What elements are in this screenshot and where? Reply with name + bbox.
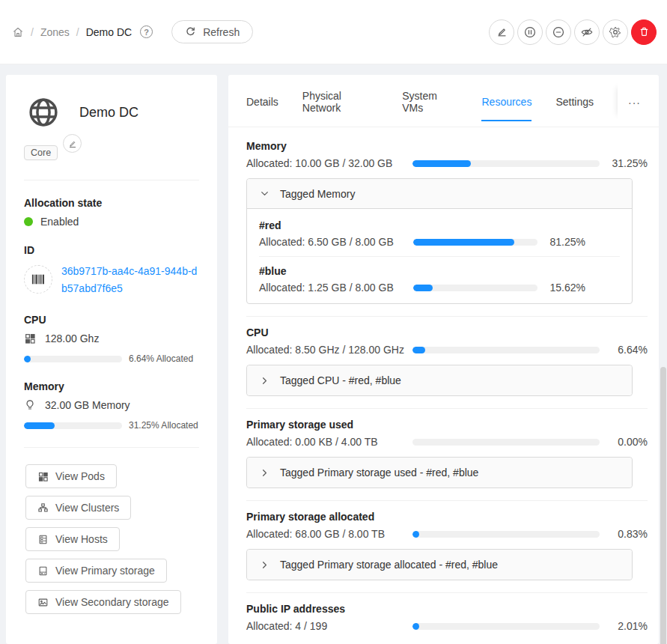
allocated-label: Allocated: 10.00 GB / 32.00 GB <box>246 157 405 169</box>
tagged-entry: #red Allocated: 6.50 GB / 8.00 GB 81.25% <box>259 219 620 248</box>
cpu-progress-bar <box>24 356 122 362</box>
disable-button[interactable] <box>546 19 571 45</box>
allocated-label: Allocated: 68.00 GB / 8.00 TB <box>246 528 405 540</box>
delete-button[interactable] <box>631 19 657 45</box>
view-hosts-button[interactable]: View Hosts <box>25 527 120 551</box>
tagged-entry: #blue Allocated: 1.25 GB / 8.00 GB 15.62… <box>259 265 620 294</box>
view-pods-button[interactable]: View Pods <box>25 464 117 488</box>
eye-invisible-icon <box>580 25 594 39</box>
tab-more-button[interactable]: ··· <box>618 82 641 121</box>
minus-circle-icon <box>552 25 565 39</box>
chevron-right-icon <box>260 560 269 570</box>
page-content: Demo DC Core Allocation state Enabled ID <box>0 64 667 644</box>
collapse-header[interactable]: Tagged CPU - #red, #blue <box>247 365 632 395</box>
view-buttons: View Pods View Clusters View Hosts View … <box>24 464 199 614</box>
reload-icon <box>185 26 196 37</box>
edit-name-button[interactable] <box>63 134 82 153</box>
zone-id-link[interactable]: 36b9717b-aa4c-4a91-944b-db57abd7f6e5 <box>61 263 199 297</box>
hdd-icon <box>37 565 49 577</box>
storage-allocated-progress-bar <box>412 531 600 538</box>
gear-icon <box>609 25 622 39</box>
tab-resources[interactable]: Resources <box>481 81 532 121</box>
database-icon <box>37 534 49 545</box>
breadcrumb-current: Demo DC <box>86 26 132 38</box>
memory-section: Memory 32.00 GB Memory 31.25% Allocated <box>24 380 199 431</box>
memory-progress-bar <box>412 160 600 167</box>
zone-tag-row: Core <box>24 144 199 163</box>
allocation-state-label: Allocation state <box>24 197 199 209</box>
section-title: Memory <box>246 140 648 152</box>
percent-label: 0.00% <box>607 436 648 448</box>
tag-name: #red <box>259 219 620 231</box>
allocation-state-value: Enabled <box>40 216 79 228</box>
resource-section-memory: Memory Allocated: 10.00 GB / 32.00 GB 31… <box>246 130 648 316</box>
zone-title: Demo DC <box>79 105 138 121</box>
trash-icon <box>638 25 651 38</box>
tab-settings[interactable]: Settings <box>555 81 594 121</box>
pause-circle-icon <box>523 25 537 39</box>
resource-section-primary-storage-allocated: Primary storage allocated Allocated: 68.… <box>246 501 648 592</box>
pause-button[interactable] <box>517 19 543 45</box>
header-actions <box>489 19 657 45</box>
allocated-label: Allocated: 0.00 KB / 4.00 TB <box>246 436 405 448</box>
percent-label: 31.25% <box>607 157 648 169</box>
tagged-storage-used-collapse: Tagged Primary storage used - #red, #blu… <box>246 457 633 488</box>
chevron-down-icon <box>260 189 269 198</box>
status-dot-icon <box>24 217 33 226</box>
tab-physical-network[interactable]: Physical Network <box>302 75 378 127</box>
view-secondary-storage-button[interactable]: View Secondary storage <box>25 590 181 614</box>
memory-progress-bar <box>24 422 122 429</box>
tag-progress-bar <box>413 239 537 246</box>
tag-progress-bar <box>413 285 537 291</box>
globe-icon <box>27 96 60 129</box>
section-title: CPU <box>246 326 648 338</box>
percent-label: 81.25% <box>545 236 585 248</box>
allocated-label: Allocated: 1.25 GB / 8.00 GB <box>259 282 406 294</box>
cpu-value: 128.00 Ghz <box>45 332 99 344</box>
public-ip-progress-bar <box>412 623 600 630</box>
cluster-icon <box>37 502 49 514</box>
divider <box>24 180 199 180</box>
view-clusters-button[interactable]: View Clusters <box>25 496 131 520</box>
breadcrumb: / Zones / Demo DC ? Refresh <box>12 20 253 43</box>
breadcrumb-separator: / <box>76 26 79 38</box>
resources-panel: Memory Allocated: 10.00 GB / 32.00 GB 31… <box>228 127 659 644</box>
section-title: Primary storage allocated <box>246 511 648 523</box>
refresh-button[interactable]: Refresh <box>171 20 253 43</box>
breadcrumb-zones-link[interactable]: Zones <box>40 26 70 38</box>
scrollbar-thumb[interactable] <box>660 367 666 644</box>
resource-section-public-ip: Public IP addresses Allocated: 4 / 199 2… <box>246 593 648 644</box>
barcode-icon <box>24 265 52 294</box>
appstore-icon <box>24 332 36 344</box>
pencil-icon <box>68 139 77 148</box>
view-primary-storage-button[interactable]: View Primary storage <box>25 559 167 583</box>
chevron-right-icon <box>260 468 269 478</box>
bulb-icon <box>24 399 36 411</box>
divider <box>24 447 199 448</box>
percent-label: 6.64% <box>607 344 648 356</box>
tab-system-vms[interactable]: System VMs <box>402 75 457 127</box>
percent-label: 15.62% <box>545 282 585 294</box>
memory-label: Memory <box>24 380 199 392</box>
tagged-storage-allocated-collapse: Tagged Primary storage allocated - #red,… <box>246 549 633 580</box>
tagged-cpu-collapse: Tagged CPU - #red, #blue <box>246 365 633 396</box>
id-label: ID <box>24 244 199 256</box>
zone-detail-card: Details Physical Network System VMs Reso… <box>228 75 659 644</box>
edit-button[interactable] <box>489 19 514 45</box>
settings-button[interactable] <box>603 19 628 45</box>
hide-button[interactable] <box>574 19 600 45</box>
home-icon[interactable] <box>12 26 24 38</box>
allocated-label: Allocated: 4 / 199 <box>246 620 405 632</box>
tagged-memory-collapse: Tagged Memory #red Allocated: 6.50 GB / … <box>246 178 633 304</box>
tab-details[interactable]: Details <box>246 81 278 121</box>
resource-section-cpu: CPU Allocated: 8.50 GHz / 128.00 GHz 6.6… <box>246 317 648 408</box>
section-title: Public IP addresses <box>246 603 648 615</box>
top-bar: / Zones / Demo DC ? Refresh <box>0 0 667 64</box>
collapse-header[interactable]: Tagged Primary storage used - #red, #blu… <box>247 458 632 487</box>
collapse-header[interactable]: Tagged Memory <box>247 179 632 209</box>
allocated-label: Allocated: 8.50 GHz / 128.00 GHz <box>246 344 405 356</box>
help-icon[interactable]: ? <box>140 25 153 38</box>
zone-summary-card: Demo DC Core Allocation state Enabled ID <box>6 75 217 644</box>
collapse-header[interactable]: Tagged Primary storage allocated - #red,… <box>247 550 632 580</box>
allocation-state-section: Allocation state Enabled <box>24 197 199 228</box>
